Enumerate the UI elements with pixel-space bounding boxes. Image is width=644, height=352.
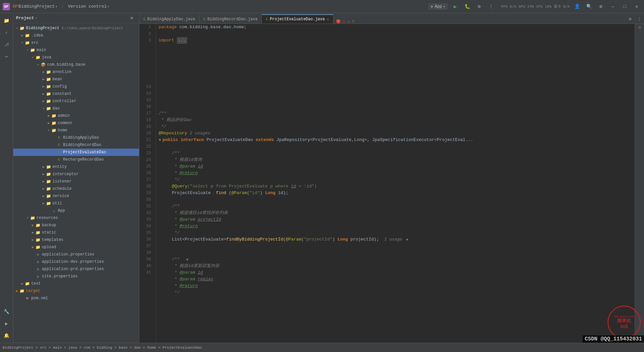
line-num-27: 27 (139, 176, 153, 183)
editor-right-label: m (638, 27, 641, 29)
tree-item-static[interactable]: ▶ 📁 static (13, 229, 139, 236)
line-num-18: 18 (139, 117, 153, 123)
code-line-10 (159, 84, 632, 90)
commit-icon-btn[interactable]: ✓ (2, 28, 11, 37)
editor-area: C BiddingApplyDao.java C BiddingRecordDa… (139, 13, 644, 343)
tree-item-bean[interactable]: ▶ 📁 bean (13, 76, 139, 83)
tree-item-target[interactable]: ▶ 📁 target (13, 287, 139, 295)
tree-item-schedule[interactable]: ▶ 📁 schedule (13, 185, 139, 192)
tree-item-interceptor[interactable]: ▶ 📁 interceptor (13, 171, 139, 178)
tree-item-RechargeRecordDao[interactable]: C RechargeRecordDao (13, 156, 139, 163)
line-num-33: 33 (139, 216, 153, 223)
tree-item-App[interactable]: ☕ App (13, 207, 139, 214)
statusbar: BiddingProject > src > main > java > com… (0, 343, 644, 352)
tree-item-ProjectEvaluateDao[interactable]: C ProjectEvaluateDao (13, 149, 139, 156)
profile-button[interactable]: 👤 (572, 2, 582, 11)
tree-item-main[interactable]: ▾ 📁 main (13, 46, 139, 54)
tree-item-backup[interactable]: ▶ 📁 backup (13, 222, 139, 229)
code-line-22: * @param id (159, 163, 632, 170)
tree-item-com-bidding-base[interactable]: ▾ 📦 com.bidding.base (13, 61, 139, 68)
folder-icon: 📁 (35, 245, 40, 250)
expand-arrow: ▶ (41, 99, 46, 103)
tree-item-application-properties[interactable]: ⚙ application.properties (13, 251, 139, 258)
project-icon: BP (13, 4, 18, 9)
line-num-40: 40 (139, 263, 153, 269)
folder-icon: 📁 (30, 47, 35, 53)
code-line-4 (159, 44, 632, 50)
tree-item-resources[interactable]: ▾ 📁 resources (13, 214, 139, 222)
tree-item-templates[interactable]: ▶ 📁 templates (13, 236, 139, 244)
tree-item-service[interactable]: ▶ 📁 service (13, 192, 139, 200)
tree-item-common[interactable]: ▶ 📁 common (13, 119, 139, 127)
settings-button[interactable]: ⚙ (474, 2, 484, 11)
project-settings-btn[interactable]: ⚙ (127, 14, 136, 23)
tree-item-upload[interactable]: ▶ 📁 upload (13, 244, 139, 251)
tree-item-config[interactable]: ▶ 📁 config (13, 83, 139, 90)
line-num-15: 15 (139, 97, 153, 104)
tree-item-listener[interactable]: ▶ 📁 listener (13, 178, 139, 185)
project-menu[interactable]: BP BiddingProject ▾ (13, 4, 57, 9)
tree-item-pom-xml[interactable]: m pom.xml (13, 295, 139, 302)
app-logo: BP (3, 3, 10, 10)
tree-item-annotion[interactable]: ▶ 📁 annotion (13, 68, 139, 76)
close-button[interactable]: ✕ (632, 2, 641, 11)
line-num-38: 38 (139, 249, 153, 256)
tree-item-biddingproject[interactable]: ▾ 📁 BiddingProject E:/idea_space/Bidding… (13, 25, 139, 32)
folder-icon: 📁 (35, 237, 40, 243)
app-run-selector[interactable]: ▶ App ▾ (428, 3, 448, 10)
tree-item-admin[interactable]: ▶ 📁 admin (13, 112, 139, 119)
tree-item-BiddingRecordDao[interactable]: C BiddingRecordDao (13, 141, 139, 149)
tab-BiddingRecordDao[interactable]: C BiddingRecordDao.java (199, 14, 262, 24)
minimize-button[interactable]: — (608, 2, 617, 11)
tree-item-src[interactable]: ▾ 📁 src (13, 39, 139, 46)
version-control-menu[interactable]: Version control ▾ (68, 4, 109, 9)
tree-item-util[interactable]: ▶ 📁 util (13, 200, 139, 207)
extra-icon-btn[interactable]: ⋯ (2, 52, 11, 61)
tree-item-BiddingApplyDao[interactable]: C BiddingApplyDao (13, 134, 139, 141)
tab-BiddingApplyDao[interactable]: C BiddingApplyDao.java (139, 14, 199, 24)
tree-item-dao[interactable]: ▾ 📁 dao (13, 105, 139, 112)
tree-item-home[interactable]: ▾ 📁 home (13, 127, 139, 134)
code-line-31: * @return (159, 223, 632, 230)
tree-item-application-dev-properties[interactable]: ⚙ application-dev.properties (13, 258, 139, 265)
tree-item-entity[interactable]: ▶ 📁 entity (13, 163, 139, 171)
tree-item-constant[interactable]: ▶ 📁 constant (13, 90, 139, 98)
expand-arrow: ▶ (20, 34, 25, 37)
expand-code-icon[interactable]: ◀ (183, 256, 190, 263)
editor-settings-btn[interactable]: ⚙ (625, 14, 635, 24)
folder-icon: 📁 (51, 128, 56, 133)
vc-dropdown-arrow: ▾ (107, 5, 109, 9)
expand-arrow: ▶ (41, 187, 46, 191)
gear-button[interactable]: ⚙ (596, 2, 606, 11)
left-sidebar-icons: 📁 ✓ ⎇ ⋯ 🔧 ▶ 🔔 (0, 13, 13, 343)
code-line-15: * 商品评价Dao (159, 117, 632, 123)
tree-item-controller[interactable]: ▶ 📁 controller (13, 98, 139, 105)
xml-file-icon: m (25, 296, 30, 301)
tab-close-btn[interactable]: ✕ (327, 17, 329, 22)
run-button[interactable]: ▶ (451, 2, 460, 11)
run-panel-btn[interactable]: ▶ (2, 319, 11, 328)
git-icon-btn[interactable]: ⎇ (2, 40, 11, 49)
notification-btn[interactable]: 🔔 (2, 331, 11, 340)
tree-item-application-prd-properties[interactable]: ⚙ application-prd.properties (13, 265, 139, 273)
line-num-1: 1 (139, 24, 153, 31)
debug-panel-btn[interactable]: 🔧 (2, 307, 11, 316)
tree-item-java[interactable]: ▾ 📁 java (13, 54, 139, 61)
folder-icon: 📁 (46, 99, 51, 104)
code-content[interactable]: package com.bidding.base.dao.home; impor… (156, 24, 635, 343)
debug-button[interactable]: 🐛 (463, 2, 472, 11)
tree-item-site-properties[interactable]: ⚙ site.properties (13, 273, 139, 280)
code-line-5 (159, 50, 632, 57)
maximize-button[interactable]: □ (620, 2, 629, 11)
tree-item-test[interactable]: ▶ 📁 test (13, 280, 139, 287)
code-line-34 (159, 243, 632, 249)
more-button[interactable]: ⋮ (486, 2, 496, 11)
folder-icon: 📁 (25, 281, 30, 286)
collapse-icon[interactable]: ◀ (403, 236, 410, 243)
search-button[interactable]: 🔍 (584, 2, 594, 11)
tree-item-idea[interactable]: ▶ 📁 .idea (13, 32, 139, 39)
prop-file-icon: ⚙ (35, 259, 40, 264)
editor-expand-btn[interactable]: ⋮ (635, 14, 644, 24)
tab-ProjectEvaluateDao[interactable]: C ProjectEvaluateDao.java ✕ (262, 14, 333, 24)
project-icon-btn[interactable]: 📁 (2, 16, 11, 25)
